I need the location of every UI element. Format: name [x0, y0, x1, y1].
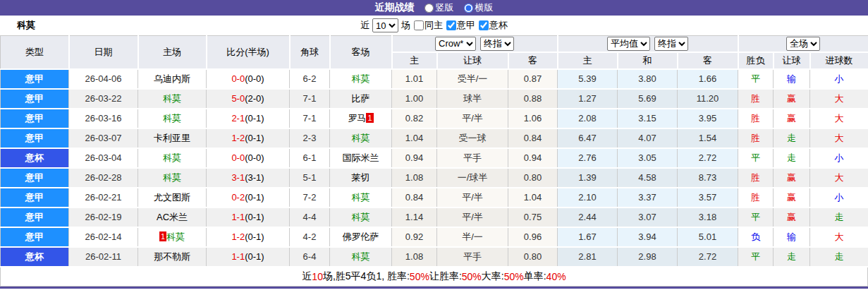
- cell-bookmaker-odds-1: 受一球: [437, 128, 508, 148]
- cell-home-team: 乌迪内斯: [138, 69, 207, 89]
- cell-away-team: 科莫: [330, 188, 392, 207]
- cell-home-team-name: 科莫: [163, 152, 181, 163]
- table-row: 意甲26-03-07卡利亚里1-2(0-1)2-3科莫1.04受一球0.846.…: [1, 128, 868, 148]
- col-header-type: 类型: [1, 36, 69, 69]
- cell-home-team-name: 那不勒斯: [154, 251, 190, 262]
- cell-handicap-result: 走: [774, 128, 810, 148]
- summary-segment: 单率:: [524, 270, 546, 283]
- cell-bookmaker-odds-2: 1.06: [508, 109, 558, 128]
- cell-away-team: 佛罗伦萨: [330, 227, 392, 247]
- cell-bookmaker-odds-1: 球半: [437, 89, 508, 109]
- odds-stage-select-2[interactable]: 终指: [654, 37, 688, 51]
- title-bar: 近期战绩 竖版 横版: [0, 0, 868, 16]
- cell-bookmaker-odds-2: 0.87: [508, 69, 558, 89]
- summary-segment: 50%: [504, 271, 524, 282]
- cell-corner: 7-1: [290, 89, 330, 109]
- halftime-score: (0-0): [245, 73, 264, 84]
- coppa-checkbox[interactable]: [479, 20, 489, 30]
- cell-bookmaker-odds-0: 0.94: [392, 148, 437, 168]
- cell-average-odds-0: 2.81: [558, 247, 618, 267]
- cell-average-odds-0: 2.76: [558, 148, 618, 168]
- cup-filter[interactable]: 意杯: [478, 19, 508, 32]
- cell-date: 26-02-28: [69, 168, 138, 188]
- cell-goals-result: 走: [810, 247, 868, 267]
- red-card-badge: 1: [159, 231, 166, 241]
- cell-home-team-name: 卡利亚里: [154, 133, 190, 143]
- cell-bookmaker-odds-1: 受半/一: [437, 69, 508, 89]
- table-row: 意甲26-02-21尤文图斯0-2(0-1)7-2科莫0.84平/半1.042.…: [1, 188, 868, 207]
- cell-bookmaker-odds-1: 半/一: [437, 227, 508, 247]
- bottom-purple-strip: [0, 287, 868, 289]
- fulltime-select[interactable]: 全场: [786, 37, 820, 51]
- cell-handicap-result: 走: [774, 148, 810, 168]
- cell-average-odds-0: 1.67: [558, 227, 618, 247]
- league-filter[interactable]: 意甲: [446, 19, 475, 32]
- horizontal-radio-label: 横版: [475, 1, 494, 14]
- horizontal-radio-input[interactable]: [464, 4, 473, 13]
- cell-average-odds-0: 1.39: [558, 168, 618, 188]
- panel-title: 近期战绩: [375, 1, 415, 14]
- match-count-select[interactable]: 10: [372, 18, 398, 32]
- cell-date: 26-02-21: [69, 188, 138, 207]
- team-name: 科莫: [17, 19, 35, 32]
- subcol-avg-home: 主: [558, 52, 618, 69]
- cell-away-team-name: 科莫: [352, 133, 370, 143]
- cell-average-odds-1: 3.80: [618, 69, 678, 89]
- cell-goals-result: 大: [810, 227, 868, 247]
- cell-goals-result: 大: [810, 168, 868, 188]
- cell-corner: 4-4: [290, 207, 330, 227]
- cell-bookmaker-odds-2: 0.88: [508, 89, 558, 109]
- cell-corner: 6-2: [290, 69, 330, 89]
- cell-bookmaker-odds-2: 0.96: [508, 227, 558, 247]
- cell-score: 1-1(0-1): [207, 247, 290, 267]
- same-home-checkbox[interactable]: [414, 20, 424, 30]
- cell-goals-result: 小: [810, 69, 868, 89]
- cell-date: 26-02-19: [69, 207, 138, 227]
- cell-average-odds-0: 2.10: [558, 188, 618, 207]
- layout-radio-vertical[interactable]: 竖版: [424, 1, 454, 14]
- cell-league-type: 意甲: [1, 227, 69, 247]
- table-row: 意甲26-03-16科莫2-1(0-1)7-1罗马10.82平/半1.062.0…: [1, 109, 868, 128]
- results-table: 类型 日期 主场 比分(半场) 角球 客场 Crow* 终指: [0, 35, 868, 267]
- coppa-label: 意杯: [489, 19, 508, 32]
- cell-corner: 4-2: [290, 227, 330, 247]
- cell-home-team-name: 科莫: [163, 93, 181, 104]
- halftime-score: (3-1): [245, 172, 264, 183]
- cell-winlose-result: 平: [738, 148, 774, 168]
- cell-score: 0-2(0-1): [207, 188, 290, 207]
- cell-winlose-result: 平: [738, 247, 774, 267]
- fulltime-score: 1-2: [231, 231, 245, 242]
- cell-average-odds-2: 2.72: [678, 148, 738, 168]
- odds-stage-select-1[interactable]: 终指: [480, 37, 514, 51]
- cell-away-team-name: 罗马: [348, 113, 366, 124]
- same-home-filter[interactable]: 同主: [413, 19, 443, 32]
- cell-home-team-name: 科莫: [163, 113, 181, 124]
- summary-segment: 50%: [462, 271, 482, 282]
- cell-home-team: 科莫: [138, 168, 207, 188]
- cell-corner: 7-1: [290, 109, 330, 128]
- halftime-score: (0-1): [245, 251, 264, 262]
- cell-handicap-result: 走: [774, 247, 810, 267]
- halftime-score: (0-1): [245, 133, 264, 143]
- average-select[interactable]: 平均值: [607, 37, 650, 51]
- cell-average-odds-1: 2.98: [618, 247, 678, 267]
- cell-winlose-result: 平: [738, 69, 774, 89]
- cell-bookmaker-odds-2: 0.84: [508, 128, 558, 148]
- vertical-radio-input[interactable]: [424, 4, 434, 13]
- bookmaker-select[interactable]: Crow*: [435, 37, 476, 51]
- col-header-home: 主场: [138, 36, 207, 69]
- cell-home-team-name: 科莫: [166, 231, 185, 242]
- cell-average-odds-2: 8.73: [678, 168, 738, 188]
- cell-goals-result: 小: [810, 148, 868, 168]
- cell-away-team: 比萨: [330, 89, 392, 109]
- cell-handicap-result: 赢: [774, 89, 810, 109]
- cell-league-type: 意甲: [1, 128, 69, 148]
- serie-a-checkbox[interactable]: [446, 20, 456, 30]
- cell-league-type: 意甲: [1, 207, 69, 227]
- fulltime-score: 1-1: [231, 251, 245, 262]
- layout-radio-horizontal[interactable]: 横版: [464, 1, 494, 14]
- cell-home-team: 科莫: [138, 89, 207, 109]
- cell-goals-result: 小: [810, 188, 868, 207]
- cell-handicap-result: 赢: [774, 207, 810, 227]
- cell-home-team-name: 科莫: [163, 172, 181, 183]
